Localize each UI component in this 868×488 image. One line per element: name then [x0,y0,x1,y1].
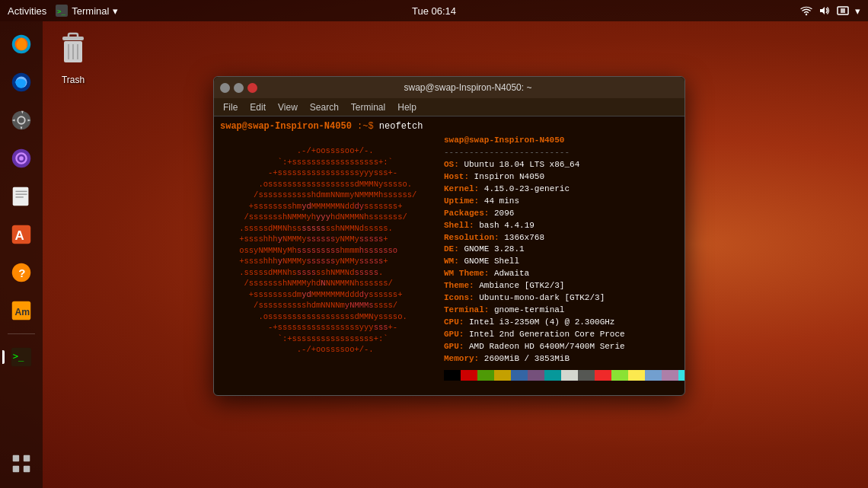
terminal-menubar: File Edit View Search Terminal Help [214,98,685,116]
color-block [611,370,628,381]
info-os: OS: Ubuntu 18.04 LTS x86_64 [444,159,685,171]
prompt-line: swap@swap-Inspiron-N4050 :~$ neofetch [220,121,678,132]
prompt-cmd: neofetch [379,121,423,132]
menu-edit[interactable]: Edit [245,100,270,114]
color-block [477,370,494,381]
info-shell: Shell: bash 4.4.19 [444,220,685,232]
info-gpu1: GPU: Intel 2nd Generation Core Proce [444,329,685,341]
menu-view[interactable]: View [273,100,302,114]
neofetch-info: swap@swap-Inspiron-N4050 ---------------… [441,135,685,391]
dock-item-thunderbird[interactable] [5,65,38,99]
notepad-icon [9,184,34,209]
topbar: Activities >_ Terminal ▾ Tue 06:14 [0,0,868,21]
terminal-icon: >_ [9,345,34,369]
trash-svg [56,30,90,70]
color-block [461,370,477,381]
svg-rect-30 [13,466,19,472]
dock-item-software[interactable]: A [5,218,38,251]
dock-item-help[interactable]: ? [5,256,38,289]
svg-rect-16 [13,187,29,206]
svg-rect-33 [69,33,78,38]
window-buttons [220,83,257,93]
menu-terminal[interactable]: Terminal [346,100,390,114]
amazon-icon: Am [9,298,34,323]
system-dropdown-arrow[interactable]: ▾ [855,5,860,17]
color-block [528,370,544,381]
color-block [578,370,595,381]
info-cpu: CPU: Intel i3-2350M (4) @ 2.300GHz [444,317,685,329]
minimize-button[interactable] [220,83,230,93]
svg-text:>_: >_ [57,8,65,15]
info-de: DE: GNOME 3.28.1 [444,244,685,256]
dock-item-amazon[interactable]: Am [5,294,38,327]
desktop: Activities >_ Terminal ▾ Tue 06:14 [0,0,868,488]
neofetch-art: .-/+oossssoo+/-. `:+ssssssssssssssssss+:… [220,135,441,391]
terminal-body: swap@swap-Inspiron-N4050 :~$ neofetch .-… [214,116,685,395]
software-icon: A [9,222,34,247]
dock-item-settings[interactable] [5,104,38,137]
app-name-area[interactable]: >_ Terminal ▾ [56,5,118,17]
svg-text:Am: Am [15,307,30,317]
dock-item-notepad[interactable] [5,180,38,213]
color-block [628,370,645,381]
svg-text:A: A [15,228,24,243]
info-terminal: Terminal: gnome-terminal [444,305,685,317]
color-block [544,370,561,381]
color-block [645,370,662,381]
dock-item-terminal[interactable]: >_ [5,340,38,374]
info-hostname: swap@swap-Inspiron-N4050 [444,135,685,147]
dock-item-show-apps[interactable] [5,447,38,480]
color-blocks [444,370,685,381]
help-icon: ? [9,260,34,285]
volume-icon [819,5,831,16]
topbar-datetime: Tue 06:14 [412,5,456,17]
svg-text:>_: >_ [13,351,24,362]
close-button[interactable] [247,83,257,93]
color-block [511,370,528,381]
thunderbird-icon [9,70,34,94]
menu-help[interactable]: Help [393,100,421,114]
info-separator: ------------------------- [444,147,685,159]
app-name-label: Terminal [72,5,109,17]
system-tray-icon [837,5,849,16]
topbar-right: ▾ [800,5,860,17]
desktop-trash[interactable]: Trash [55,29,91,85]
settings-icon [9,108,34,132]
prompt-user: swap@swap-Inspiron-N4050 [220,121,352,132]
info-icons: Icons: Ubuntu-mono-dark [GTK2/3] [444,292,685,305]
info-uptime: Uptime: 44 mins [444,196,685,208]
terminal-titlebar: swap@swap-Inspiron-N4050: ~ [214,77,685,98]
appearance-icon [9,146,34,171]
info-theme: Theme: Ambiance [GTK2/3] [444,280,685,292]
svg-rect-28 [13,455,19,461]
trash-icon [55,29,91,72]
prompt-path: :~$ [357,121,374,132]
dock-item-appearance[interactable] [5,142,38,175]
firefox-icon [9,32,34,56]
svg-point-15 [19,156,24,161]
info-resolution: Resolution: 1366x768 [444,232,685,244]
color-block [444,370,461,381]
trash-label: Trash [62,75,85,85]
neofetch-output: .-/+oossssoo+/-. `:+ssssssssssssssssss+:… [220,135,678,391]
terminal-title: swap@swap-Inspiron-N4050: ~ [257,82,678,93]
topbar-left: Activities >_ Terminal ▾ [8,5,118,17]
activities-button[interactable]: Activities [8,5,46,17]
dock-item-firefox[interactable] [5,27,38,61]
wifi-icon [800,5,812,16]
menu-search[interactable]: Search [305,100,343,114]
show-apps-icon [9,451,34,476]
info-wm-theme: WM Theme: Adwaita [444,268,685,280]
color-block [561,370,578,381]
terminal-window: swap@swap-Inspiron-N4050: ~ File Edit Vi… [213,76,685,396]
info-host: Host: Inspiron N4050 [444,171,685,183]
svg-rect-31 [24,466,30,472]
app-dropdown-arrow[interactable]: ▾ [113,5,118,17]
maximize-button[interactable] [234,83,244,93]
color-block [678,370,685,381]
svg-rect-29 [24,455,30,461]
svg-text:?: ? [18,266,25,279]
menu-file[interactable]: File [219,100,242,114]
svg-marker-2 [820,7,825,14]
dock-separator [8,333,35,334]
